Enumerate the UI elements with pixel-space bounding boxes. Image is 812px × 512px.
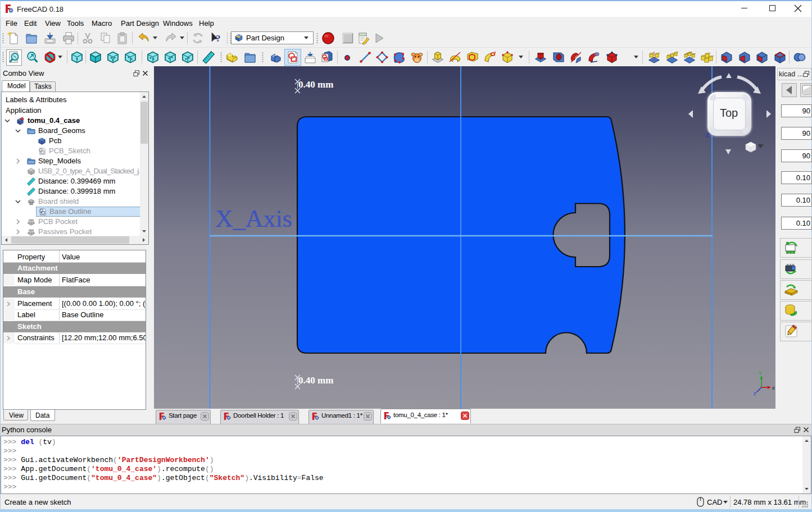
svg-text:x: x	[772, 385, 775, 391]
svg-text:z: z	[754, 391, 756, 396]
svg-text:Y: Y	[759, 371, 762, 376]
svg-text:?: ?	[216, 33, 221, 44]
